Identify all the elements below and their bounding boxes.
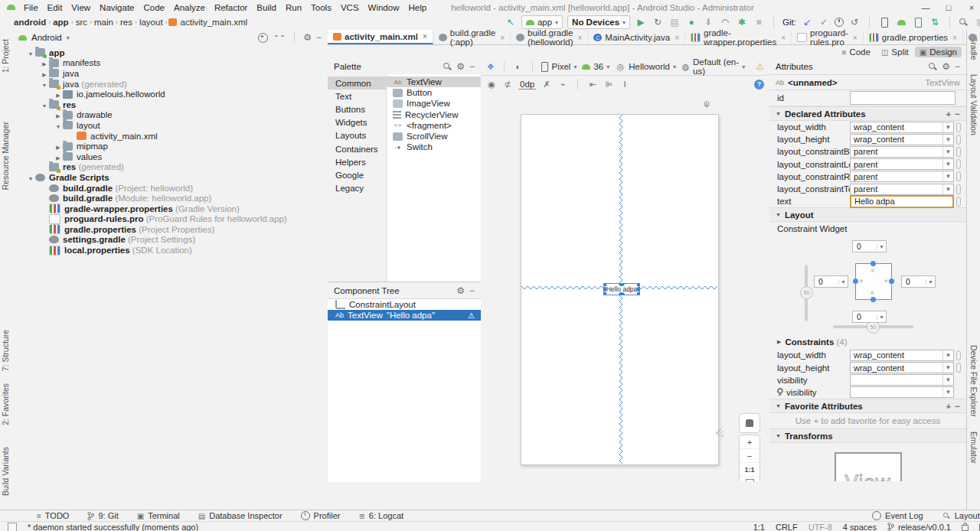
chevron-expanded-icon[interactable] xyxy=(40,100,49,109)
close-icon[interactable]: × xyxy=(853,34,858,42)
chevron-expanded-icon[interactable] xyxy=(40,80,49,89)
chevron-expanded-icon[interactable] xyxy=(26,48,35,57)
corner-resize-handle[interactable] xyxy=(603,283,607,287)
search-icon[interactable] xyxy=(443,62,452,71)
mode-code-button[interactable]: ≡Code xyxy=(838,47,875,57)
hide-panel-icon[interactable]: − xyxy=(469,285,475,296)
constraint-box[interactable]: » « » » xyxy=(855,263,892,300)
avd-manager-icon[interactable] xyxy=(912,16,924,28)
close-icon[interactable]: × xyxy=(500,34,505,42)
tool-window-layout-validation[interactable]: Layout Validation xyxy=(969,74,978,135)
text-value-input[interactable]: Hello adpa xyxy=(850,195,954,208)
align-icon[interactable]: ⊫ xyxy=(603,79,614,90)
menu-file[interactable]: File xyxy=(19,3,43,12)
component-constraintlayout[interactable]: ConstraintLayout xyxy=(328,299,481,310)
api-selector[interactable]: 36▾ xyxy=(582,62,609,71)
device-selector[interactable]: Pixel▾ xyxy=(541,62,577,72)
chevron-collapsed-icon[interactable] xyxy=(40,69,49,78)
breadcrumb-item[interactable]: res xyxy=(119,18,134,27)
zoom-in-button[interactable]: + xyxy=(740,435,760,449)
rollback-icon[interactable]: ↺ xyxy=(848,16,861,28)
palette-item-textview[interactable]: AbTextView xyxy=(387,77,481,87)
chevron-expanded-icon[interactable] xyxy=(26,173,35,182)
line-ending-indicator[interactable]: CRLF xyxy=(776,523,798,531)
transforms-section[interactable]: ▼ Transforms xyxy=(769,428,966,443)
warning-icon[interactable]: ⚠ xyxy=(756,61,764,72)
chevron-down-icon[interactable]: ▼ xyxy=(942,387,953,397)
tool-window-project[interactable]: 1: Project xyxy=(1,39,10,73)
attribute-value-dropdown[interactable]: parent▼ xyxy=(850,146,954,158)
palette-category-text[interactable]: Text xyxy=(328,90,386,103)
menu-window[interactable]: Window xyxy=(364,3,404,12)
palette-item-button[interactable]: Button xyxy=(387,87,481,98)
palette-category-layouts[interactable]: Layouts xyxy=(328,129,386,142)
warning-icon[interactable]: ⚠ xyxy=(468,311,475,320)
history-icon[interactable] xyxy=(835,18,844,27)
vertical-bias-value[interactable]: 50 xyxy=(800,286,813,299)
tree-item-app[interactable]: app xyxy=(12,47,328,58)
breadcrumb-item[interactable]: app xyxy=(51,18,70,27)
tab-activity-main-xml[interactable]: activity_main.xml× xyxy=(328,30,433,44)
git-branch-indicator[interactable]: release/v0.0.1 xyxy=(887,523,951,531)
gear-icon[interactable]: ⚙ xyxy=(456,61,465,72)
tree-item-proguard-rules[interactable]: proguard-rules.pro (ProGuard Rules for h… xyxy=(12,214,328,225)
palette-category-legacy[interactable]: Legacy xyxy=(328,182,386,195)
gradle-sync-icon[interactable]: ⇅ xyxy=(929,16,941,28)
resource-picker-icon[interactable] xyxy=(956,135,961,145)
event-log-button[interactable]: Event Log xyxy=(872,511,923,520)
tree-item-layout[interactable]: layout xyxy=(12,120,328,131)
zoom-fit-button[interactable] xyxy=(740,477,760,481)
zoom-actual-button[interactable]: 1:1 xyxy=(740,463,760,477)
menu-build[interactable]: Build xyxy=(252,3,281,12)
menu-navigate[interactable]: Navigate xyxy=(95,3,139,12)
device-artboard[interactable]: Hello adpa xyxy=(521,114,719,465)
tree-item-build-gradle-project[interactable]: build.gradle (Project: helloworld) xyxy=(12,183,328,194)
todo-button[interactable]: ≡TODO xyxy=(37,511,69,520)
encoding-indicator[interactable]: UTF-8 xyxy=(808,523,832,531)
attribute-value-dropdown[interactable]: ▼ xyxy=(850,386,954,398)
component-textview[interactable]: Ab TextView "Hello adpa" ⚠ xyxy=(328,310,481,321)
user-icon[interactable]: ▮ xyxy=(972,16,980,28)
constraint-widget[interactable]: 50 50 0▼ 0▼ 0▼ 0▼ » « » » xyxy=(769,236,966,335)
device-manager-icon[interactable] xyxy=(878,16,890,28)
chevron-down-icon[interactable]: ▼ xyxy=(942,159,953,169)
favorite-attributes-section[interactable]: ▼ Favorite Attributes + − xyxy=(769,399,966,413)
minimize-button[interactable]: — xyxy=(914,3,937,12)
attribute-value-dropdown[interactable]: parent▼ xyxy=(850,184,954,195)
chevron-collapsed-icon[interactable] xyxy=(40,58,49,67)
tree-item-res[interactable]: res xyxy=(12,99,328,110)
breadcrumb-item[interactable]: activity_main.xml xyxy=(179,18,250,27)
palette-category-helpers[interactable]: Helpers xyxy=(328,155,386,168)
tree-item-package[interactable]: io.jamelouis.helloworld xyxy=(12,89,328,99)
resource-picker-icon[interactable] xyxy=(956,122,961,132)
default-margin-dropdown[interactable]: 0dp xyxy=(518,80,536,90)
lock-icon[interactable] xyxy=(962,525,969,531)
top-constraint-anchor[interactable] xyxy=(871,261,876,266)
design-canvas[interactable]: ψ Hello adpa xyxy=(481,93,769,481)
tool-window-emulator[interactable]: Emulator xyxy=(969,432,978,464)
search-icon[interactable] xyxy=(928,62,937,71)
tree-item-java[interactable]: java xyxy=(12,68,328,79)
pack-icon[interactable]: ⇤ xyxy=(587,79,598,90)
chevron-collapsed-icon[interactable] xyxy=(54,90,63,99)
infer-constraints-icon[interactable]: ⌁ xyxy=(557,79,568,90)
apply-changes-icon[interactable]: ↻ xyxy=(652,16,664,28)
id-input[interactable] xyxy=(850,91,956,105)
zoom-out-button[interactable]: − xyxy=(740,449,760,463)
tab-gradle-properties[interactable]: gradle.properties× xyxy=(864,31,963,44)
profiler-button[interactable]: Profiler xyxy=(301,511,341,520)
palette-item-switch[interactable]: -●Switch xyxy=(387,142,481,152)
tool-window-build-variants[interactable]: Build Variants xyxy=(1,447,10,496)
tab-gradle-wrapper-properties[interactable]: gradle-wrapper.properties× xyxy=(685,31,792,44)
caret-position[interactable]: 1:1 xyxy=(753,523,765,531)
tree-item-gradle-wrapper-properties[interactable]: gradle-wrapper.properties (Gradle Versio… xyxy=(12,204,328,214)
pan-button[interactable] xyxy=(739,413,760,433)
logcat-button[interactable]: ≣6: Logcat xyxy=(358,511,403,520)
close-icon[interactable]: × xyxy=(781,34,786,42)
view-options-icon[interactable]: ◉ xyxy=(486,79,497,90)
breadcrumb-item[interactable]: main xyxy=(93,18,115,27)
tree-item-mipmap[interactable]: mipmap xyxy=(12,141,328,151)
clear-constraints-icon[interactable]: ✗ xyxy=(541,79,552,90)
resource-picker-icon[interactable] xyxy=(956,159,961,169)
close-icon[interactable]: × xyxy=(675,34,679,42)
